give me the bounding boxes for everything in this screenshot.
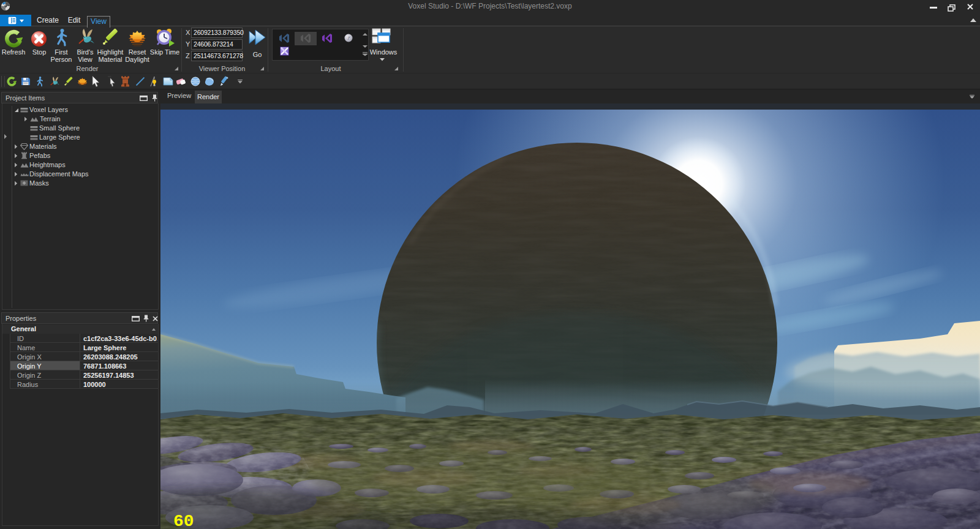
svg-text:60: 60 bbox=[173, 512, 194, 529]
svg-text:7: 7 bbox=[347, 36, 350, 41]
